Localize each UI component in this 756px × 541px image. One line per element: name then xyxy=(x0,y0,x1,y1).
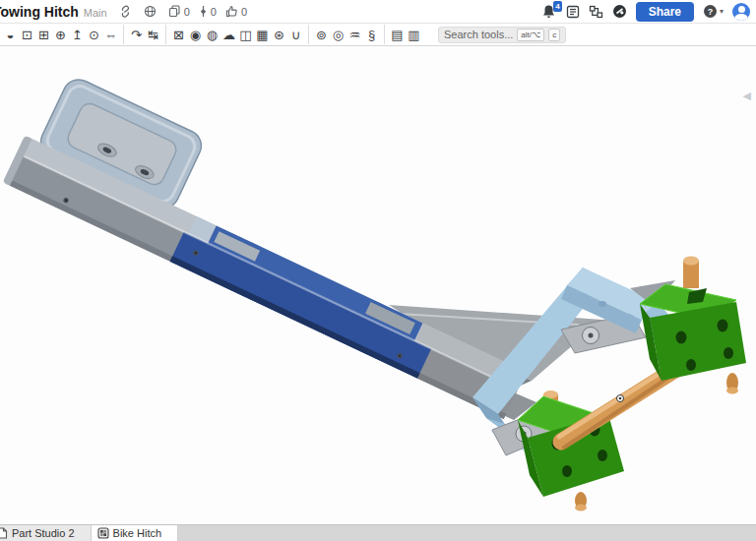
copies-counter[interactable]: 0 xyxy=(168,5,190,18)
measure-distance-icon[interactable]: ↹ xyxy=(145,25,166,44)
likes-counter[interactable]: 0 xyxy=(225,5,247,18)
help-menu[interactable]: ? ▾ xyxy=(703,4,724,19)
copies-count: 0 xyxy=(184,6,190,18)
versions-graph-icon[interactable] xyxy=(589,5,603,19)
insert-box-icon[interactable]: ⊡ xyxy=(19,25,35,44)
rotate-sphere-icon[interactable]: ◒ xyxy=(2,25,19,44)
spring-icon[interactable]: ♒ xyxy=(346,25,363,44)
journal-icon[interactable] xyxy=(566,5,580,19)
shortcut-key-c: c xyxy=(548,29,560,41)
toolbar-tools: ◒⊡⊞⊕↥⊙⇔↷↹⊠◉◍☁◫▦⊛∪⊚◎♒§▤▥ xyxy=(2,25,422,44)
lift-icon[interactable]: ↥ xyxy=(69,25,86,44)
thumbs-up-icon xyxy=(225,5,238,18)
versions-fork-icon xyxy=(199,5,208,18)
tab-label: Part Studio 2 xyxy=(12,527,75,539)
gear-crown-icon[interactable]: ◎ xyxy=(330,25,346,44)
assembly-toolbar: ◒⊡⊞⊕↥⊙⇔↷↹⊠◉◍☁◫▦⊛∪⊚◎♒§▤▥ Search tools... … xyxy=(0,24,756,46)
bar-bottom-shade xyxy=(10,180,506,419)
magnet-icon[interactable]: ∪ xyxy=(287,25,309,44)
notification-badge: 4 xyxy=(553,1,561,12)
rotate-arrow-icon[interactable]: ↷ xyxy=(128,25,145,44)
part-studio-icon xyxy=(0,527,8,539)
public-indicator[interactable] xyxy=(144,5,159,18)
mirror-icon[interactable]: ⇔ xyxy=(102,25,124,44)
collapse-panel-arrow[interactable]: ◀ xyxy=(743,90,751,102)
likes-count: 0 xyxy=(241,6,247,18)
group-icon[interactable]: ⊞ xyxy=(35,25,52,44)
caret-down-icon: ▾ xyxy=(720,7,724,16)
avatar[interactable] xyxy=(732,3,750,21)
clipboard-icon[interactable]: ▤ xyxy=(389,25,406,44)
cylinder-part-icon[interactable]: ◍ xyxy=(204,25,220,44)
svg-text:?: ? xyxy=(708,7,714,17)
in-context-icon[interactable]: ☁ xyxy=(220,25,237,44)
tab-label: Bike Hitch xyxy=(113,527,162,539)
workspace-label[interactable]: Main xyxy=(84,7,107,19)
element-tab-bar: Part Studio 2 Bike Hitch xyxy=(0,524,756,541)
search-tools-placeholder: Search tools... xyxy=(444,29,513,40)
assembly-icon xyxy=(97,527,109,539)
explode-view-icon[interactable]: ⊠ xyxy=(170,25,187,44)
document-title[interactable]: Towing Hitch xyxy=(0,4,79,20)
duplicate-icon[interactable]: ◫ xyxy=(237,25,254,44)
versions-counter[interactable]: 0 xyxy=(199,5,217,18)
share-button[interactable]: Share xyxy=(636,2,694,22)
appearance-icon[interactable]: ◉ xyxy=(187,25,204,44)
tab-bike-hitch[interactable]: Bike Hitch xyxy=(92,525,179,541)
header-actions: 4 Share ? ▾ xyxy=(541,2,756,22)
link-icon xyxy=(119,5,132,18)
document-stats: 0 0 0 xyxy=(119,5,256,18)
versions-count: 0 xyxy=(211,6,217,18)
planar-move-icon[interactable]: ⊕ xyxy=(52,25,69,44)
bar-chamfer-highlight xyxy=(24,155,519,391)
document-header: Towing Hitch Main 0 xyxy=(0,0,756,24)
help-icon: ? xyxy=(703,4,718,19)
tab-part-studio-2[interactable]: Part Studio 2 xyxy=(0,525,92,541)
bike-hitch-model[interactable] xyxy=(0,46,756,524)
chain-link-icon[interactable]: § xyxy=(363,25,385,44)
model-viewport[interactable]: ◀ xyxy=(0,46,756,524)
share-link-button[interactable] xyxy=(119,5,135,18)
shortcut-key-alt: alt/⌥ xyxy=(517,29,544,41)
grid-window-icon[interactable]: ▦ xyxy=(254,25,271,44)
copies-icon xyxy=(168,5,181,18)
globe-icon xyxy=(144,5,157,18)
search-tools-input[interactable]: Search tools... alt/⌥ c xyxy=(438,27,566,43)
document-title-area: Towing Hitch Main xyxy=(0,4,107,20)
cylindrical-mate-icon[interactable]: ⊙ xyxy=(86,25,102,44)
notifications-button[interactable]: 4 xyxy=(541,4,557,20)
bom-table-icon[interactable]: ▥ xyxy=(406,25,422,44)
gears-icon[interactable]: ⊚ xyxy=(313,25,330,44)
logo-circle-icon[interactable] xyxy=(612,4,627,19)
gear-pair-icon[interactable]: ⊛ xyxy=(271,25,287,44)
